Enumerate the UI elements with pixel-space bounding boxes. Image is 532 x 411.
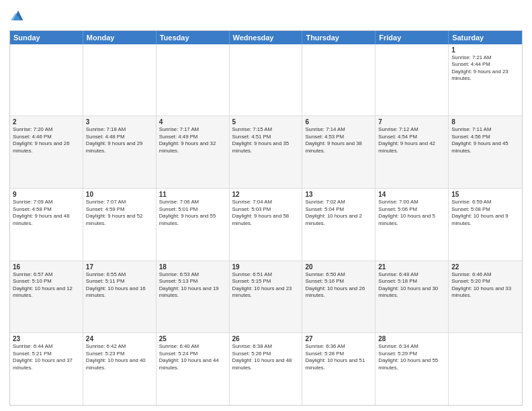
day-info: Sunrise: 6:46 AM Sunset: 5:20 PM Dayligh… (451, 271, 519, 300)
day-number: 22 (451, 263, 519, 271)
calendar-cell: 27Sunrise: 6:36 AM Sunset: 5:28 PM Dayli… (302, 333, 375, 405)
day-number: 8 (451, 118, 519, 126)
day-number: 10 (86, 191, 153, 198)
calendar-cell: 4Sunrise: 7:17 AM Sunset: 4:49 PM Daylig… (157, 116, 230, 188)
calendar-cell: 11Sunrise: 7:06 AM Sunset: 5:01 PM Dayli… (157, 189, 230, 261)
day-info: Sunrise: 6:55 AM Sunset: 5:11 PM Dayligh… (86, 271, 153, 300)
day-info: Sunrise: 7:04 AM Sunset: 5:03 PM Dayligh… (232, 199, 300, 227)
calendar-body: 1Sunrise: 7:21 AM Sunset: 4:44 PM Daylig… (10, 44, 522, 405)
calendar-cell: 14Sunrise: 7:00 AM Sunset: 5:06 PM Dayli… (375, 189, 449, 261)
calendar-cell (83, 44, 157, 116)
day-number: 12 (232, 191, 300, 198)
calendar-week-0: 1Sunrise: 7:21 AM Sunset: 4:44 PM Daylig… (10, 44, 522, 117)
day-info: Sunrise: 6:59 AM Sunset: 5:08 PM Dayligh… (451, 199, 519, 227)
calendar-cell (10, 44, 83, 116)
calendar-cell: 10Sunrise: 7:07 AM Sunset: 4:59 PM Dayli… (83, 189, 157, 261)
day-info: Sunrise: 6:42 AM Sunset: 5:23 PM Dayligh… (86, 343, 153, 371)
day-number: 14 (378, 191, 445, 198)
day-info: Sunrise: 6:57 AM Sunset: 5:10 PM Dayligh… (13, 271, 80, 300)
day-number: 7 (378, 118, 445, 126)
calendar-header-row: SundayMondayTuesdayWednesdayThursdayFrid… (10, 31, 522, 44)
calendar-cell (302, 44, 375, 116)
calendar-week-4: 23Sunrise: 6:44 AM Sunset: 5:21 PM Dayli… (10, 333, 522, 405)
calendar-cell: 22Sunrise: 6:46 AM Sunset: 5:20 PM Dayli… (449, 261, 522, 333)
calendar-cell: 25Sunrise: 6:40 AM Sunset: 5:24 PM Dayli… (157, 333, 230, 405)
day-number: 18 (159, 263, 226, 271)
calendar-cell: 17Sunrise: 6:55 AM Sunset: 5:11 PM Dayli… (83, 261, 157, 333)
calendar-cell: 23Sunrise: 6:44 AM Sunset: 5:21 PM Dayli… (10, 333, 83, 405)
header (9, 8, 523, 26)
calendar-cell: 8Sunrise: 7:11 AM Sunset: 4:56 PM Daylig… (449, 116, 522, 188)
day-number: 23 (13, 335, 80, 342)
day-info: Sunrise: 6:51 AM Sunset: 5:15 PM Dayligh… (232, 271, 300, 300)
calendar-cell: 19Sunrise: 6:51 AM Sunset: 5:15 PM Dayli… (230, 261, 303, 333)
day-number: 2 (13, 118, 80, 126)
logo (9, 8, 26, 26)
day-info: Sunrise: 6:36 AM Sunset: 5:28 PM Dayligh… (305, 343, 372, 371)
day-info: Sunrise: 6:34 AM Sunset: 5:29 PM Dayligh… (378, 343, 445, 371)
day-number: 1 (451, 46, 519, 54)
calendar-cell (230, 44, 303, 116)
calendar-cell: 1Sunrise: 7:21 AM Sunset: 4:44 PM Daylig… (449, 44, 522, 116)
calendar: SundayMondayTuesdayWednesdayThursdayFrid… (9, 30, 523, 406)
calendar-cell: 16Sunrise: 6:57 AM Sunset: 5:10 PM Dayli… (10, 261, 83, 333)
logo-icon (11, 8, 26, 23)
day-info: Sunrise: 6:50 AM Sunset: 5:16 PM Dayligh… (305, 271, 372, 300)
day-info: Sunrise: 7:11 AM Sunset: 4:56 PM Dayligh… (451, 126, 519, 154)
calendar-cell: 13Sunrise: 7:02 AM Sunset: 5:04 PM Dayli… (302, 189, 375, 261)
day-number: 19 (232, 263, 300, 271)
calendar-cell: 9Sunrise: 7:09 AM Sunset: 4:58 PM Daylig… (10, 189, 83, 261)
day-number: 6 (305, 118, 372, 126)
calendar-cell: 20Sunrise: 6:50 AM Sunset: 5:16 PM Dayli… (302, 261, 375, 333)
day-info: Sunrise: 7:15 AM Sunset: 4:51 PM Dayligh… (232, 126, 300, 154)
calendar-cell: 5Sunrise: 7:15 AM Sunset: 4:51 PM Daylig… (230, 116, 303, 188)
calendar-cell: 26Sunrise: 6:38 AM Sunset: 5:26 PM Dayli… (230, 333, 303, 405)
day-info: Sunrise: 6:40 AM Sunset: 5:24 PM Dayligh… (159, 343, 226, 371)
day-number: 21 (378, 263, 445, 271)
calendar-week-3: 16Sunrise: 6:57 AM Sunset: 5:10 PM Dayli… (10, 261, 522, 334)
calendar-week-1: 2Sunrise: 7:20 AM Sunset: 4:46 PM Daylig… (10, 116, 522, 189)
day-number: 17 (86, 263, 153, 271)
calendar-cell: 21Sunrise: 6:48 AM Sunset: 5:18 PM Dayli… (375, 261, 449, 333)
calendar-cell (375, 44, 449, 116)
calendar-week-2: 9Sunrise: 7:09 AM Sunset: 4:58 PM Daylig… (10, 189, 522, 261)
day-info: Sunrise: 7:00 AM Sunset: 5:06 PM Dayligh… (378, 199, 445, 227)
day-info: Sunrise: 7:20 AM Sunset: 4:46 PM Dayligh… (13, 126, 80, 154)
header-day-wednesday: Wednesday (230, 31, 303, 44)
day-number: 11 (159, 191, 226, 198)
day-info: Sunrise: 6:44 AM Sunset: 5:21 PM Dayligh… (13, 343, 80, 371)
day-number: 28 (378, 335, 445, 342)
page: SundayMondayTuesdayWednesdayThursdayFrid… (0, 0, 532, 411)
day-number: 4 (159, 118, 226, 126)
calendar-cell: 12Sunrise: 7:04 AM Sunset: 5:03 PM Dayli… (230, 189, 303, 261)
calendar-cell: 6Sunrise: 7:14 AM Sunset: 4:53 PM Daylig… (302, 116, 375, 188)
day-info: Sunrise: 7:07 AM Sunset: 4:59 PM Dayligh… (86, 199, 153, 227)
calendar-cell: 24Sunrise: 6:42 AM Sunset: 5:23 PM Dayli… (83, 333, 157, 405)
day-info: Sunrise: 7:14 AM Sunset: 4:53 PM Dayligh… (305, 126, 372, 154)
day-number: 9 (13, 191, 80, 198)
day-number: 25 (159, 335, 226, 342)
day-info: Sunrise: 7:12 AM Sunset: 4:54 PM Dayligh… (378, 126, 445, 154)
header-day-monday: Monday (83, 31, 157, 44)
day-info: Sunrise: 7:18 AM Sunset: 4:48 PM Dayligh… (86, 126, 153, 154)
day-number: 27 (305, 335, 372, 342)
header-day-saturday: Saturday (449, 31, 522, 44)
day-info: Sunrise: 7:21 AM Sunset: 4:44 PM Dayligh… (451, 54, 519, 83)
calendar-cell: 2Sunrise: 7:20 AM Sunset: 4:46 PM Daylig… (10, 116, 83, 188)
day-number: 16 (13, 263, 80, 271)
calendar-cell (449, 333, 522, 405)
day-info: Sunrise: 7:02 AM Sunset: 5:04 PM Dayligh… (305, 199, 372, 227)
header-day-friday: Friday (375, 31, 449, 44)
calendar-cell: 3Sunrise: 7:18 AM Sunset: 4:48 PM Daylig… (83, 116, 157, 188)
header-day-sunday: Sunday (10, 31, 83, 44)
day-info: Sunrise: 6:53 AM Sunset: 5:13 PM Dayligh… (159, 271, 226, 300)
day-info: Sunrise: 7:17 AM Sunset: 4:49 PM Dayligh… (159, 126, 226, 154)
day-number: 13 (305, 191, 372, 198)
day-number: 26 (232, 335, 300, 342)
day-number: 5 (232, 118, 300, 126)
calendar-cell: 28Sunrise: 6:34 AM Sunset: 5:29 PM Dayli… (375, 333, 449, 405)
calendar-cell: 18Sunrise: 6:53 AM Sunset: 5:13 PM Dayli… (157, 261, 230, 333)
calendar-cell: 7Sunrise: 7:12 AM Sunset: 4:54 PM Daylig… (375, 116, 449, 188)
calendar-cell (157, 44, 230, 116)
calendar-cell: 15Sunrise: 6:59 AM Sunset: 5:08 PM Dayli… (449, 189, 522, 261)
